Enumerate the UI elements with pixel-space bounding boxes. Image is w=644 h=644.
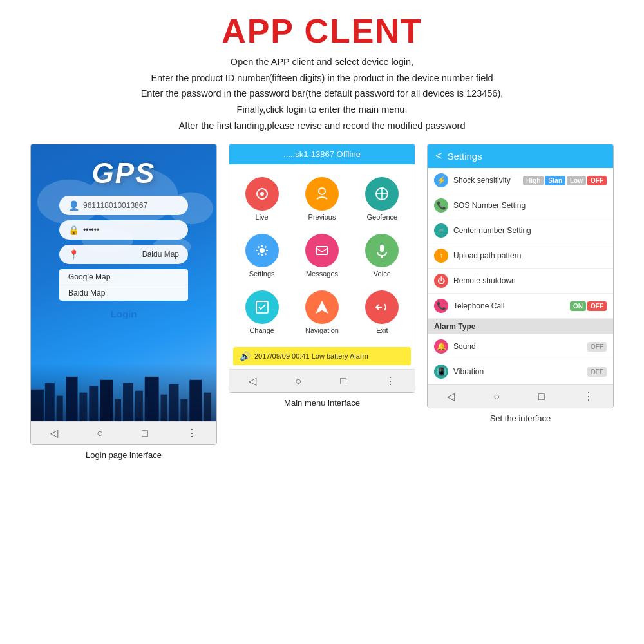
shock-low-btn[interactable]: Low <box>567 176 586 185</box>
svg-rect-8 <box>66 377 78 422</box>
settings-back-icon[interactable]: < <box>435 149 442 163</box>
svg-rect-15 <box>145 377 159 422</box>
menu-item-live[interactable]: Live <box>232 171 292 227</box>
menu-item-previous[interactable]: Previous <box>292 171 352 227</box>
upload-label: Upload path pattern <box>453 251 607 260</box>
login-button[interactable]: Login <box>111 308 137 319</box>
menu-item-change[interactable]: Change <box>232 284 292 341</box>
back-nav-icon[interactable]: ◁ <box>50 427 58 439</box>
phone2-navbar: ◁ ○ □ ⋮ <box>229 369 415 392</box>
phone3-screen: < Settings ⚡ Shock sensitivity High Stan… <box>427 144 614 408</box>
svg-rect-14 <box>135 391 143 422</box>
voice-icon <box>365 234 399 267</box>
vibration-toggle[interactable]: OFF <box>587 367 607 377</box>
map-option-baidu[interactable]: Baidu Map <box>59 285 188 301</box>
sound-icon: 🔔 <box>434 339 448 354</box>
home-nav-icon[interactable]: ○ <box>97 428 103 439</box>
menu-nav-icon[interactable]: ⋮ <box>187 427 197 439</box>
shock-sensitivity-row: ⚡ Shock sensitivity High Stan Low OFF <box>428 168 613 193</box>
sos-icon: 📞 <box>434 198 448 213</box>
navigation-label: Navigation <box>305 327 339 334</box>
svg-rect-28 <box>316 247 328 254</box>
upload-icon: ↑ <box>434 249 448 263</box>
menu-item-settings[interactable]: Settings <box>232 227 292 284</box>
settings-top-bar: < Settings <box>428 144 613 168</box>
svg-point-4 <box>153 237 191 256</box>
geofence-label: Geofence <box>366 213 397 221</box>
menu-item-navigation[interactable]: Navigation <box>292 284 352 341</box>
settings-label: Settings <box>249 270 275 278</box>
live-icon <box>245 177 279 211</box>
phone2-label: Main menu interface <box>284 398 360 408</box>
login-screen-bg: GPS 👤 961118010013867 🔒 •••••• 📍 Baidu M… <box>31 144 216 421</box>
skyline-svg <box>31 364 216 421</box>
shock-stan-btn[interactable]: Stan <box>545 176 565 185</box>
map-option-baidu-label: Baidu Map <box>68 289 105 298</box>
exit-icon <box>365 290 399 324</box>
alarm-bar: 🔊 2017/09/09 00:41 Low battery Alarm <box>233 347 411 365</box>
world-map-bg <box>31 151 216 279</box>
telephone-on-btn[interactable]: ON <box>570 301 586 311</box>
phone1-screen: GPS 👤 961118010013867 🔒 •••••• 📍 Baidu M… <box>30 144 217 445</box>
phone2-wrap: .....sk1-13867 Offline Live Previous <box>225 144 419 460</box>
description-text: Open the APP client and select device lo… <box>13 54 631 133</box>
svg-rect-7 <box>57 395 63 421</box>
center-number-row[interactable]: ≡ Center number Setting <box>428 218 613 243</box>
messages-label: Messages <box>306 270 338 278</box>
shock-btns: High Stan Low OFF <box>523 176 607 185</box>
sos-row[interactable]: 📞 SOS Number Setting <box>428 193 613 218</box>
svg-point-27 <box>260 248 265 253</box>
menu-item-exit[interactable]: Exit <box>352 284 412 341</box>
svg-point-2 <box>169 193 214 225</box>
alarm-type-header: Alarm Type <box>428 319 613 334</box>
settings-icon <box>245 234 279 267</box>
city-skyline <box>31 363 216 421</box>
menu-nav2-icon[interactable]: ⋮ <box>385 375 395 387</box>
phone2-screen: .....sk1-13867 Offline Live Previous <box>229 144 415 393</box>
back-nav2-icon[interactable]: ◁ <box>249 375 256 387</box>
settings-body: ⚡ Shock sensitivity High Stan Low OFF 📞 … <box>428 168 613 384</box>
shock-high-btn[interactable]: High <box>523 176 544 185</box>
alarm-type-label: Alarm Type <box>434 322 475 331</box>
telephone-row: 📞 Telephone Call ON OFF <box>428 294 613 319</box>
shock-off-btn[interactable]: OFF <box>587 176 607 185</box>
remote-shutdown-row[interactable]: ⏻ Remote shutdown <box>428 269 613 294</box>
center-icon: ≡ <box>434 223 448 238</box>
svg-rect-29 <box>380 245 384 252</box>
phone-icon: 📞 <box>434 299 448 313</box>
telephone-btns: ON OFF <box>570 301 607 311</box>
svg-rect-16 <box>161 394 167 421</box>
menu-item-messages[interactable]: Messages <box>292 227 352 284</box>
exit-label: Exit <box>376 327 388 334</box>
menu-item-voice[interactable]: Voice <box>352 227 412 284</box>
recent-nav-icon[interactable]: □ <box>142 428 148 439</box>
telephone-off-btn[interactable]: OFF <box>587 301 607 311</box>
svg-rect-11 <box>100 380 113 422</box>
vibration-icon: 📳 <box>434 365 448 379</box>
menu-grid: Live Previous Geofence <box>229 164 415 347</box>
svg-rect-17 <box>169 384 179 422</box>
vibration-row: 📳 Vibration OFF <box>428 359 613 384</box>
vibration-label: Vibration <box>453 367 582 376</box>
center-label: Center number Setting <box>453 226 607 235</box>
sound-label: Sound <box>453 342 582 351</box>
menu-nav3-icon[interactable]: ⋮ <box>583 390 594 402</box>
alarm-speaker-icon: 🔊 <box>240 351 251 361</box>
svg-rect-20 <box>204 393 211 422</box>
svg-rect-12 <box>115 399 121 421</box>
sound-toggle[interactable]: OFF <box>587 342 607 352</box>
svg-rect-18 <box>180 399 187 421</box>
home-nav2-icon[interactable]: ○ <box>295 375 301 387</box>
menu-item-geofence[interactable]: Geofence <box>352 171 412 227</box>
back-nav3-icon[interactable]: ◁ <box>447 390 455 402</box>
recent-nav2-icon[interactable]: □ <box>340 375 346 387</box>
settings-title: Settings <box>448 151 482 162</box>
geofence-icon <box>365 177 399 211</box>
messages-icon <box>305 234 339 267</box>
home-nav3-icon[interactable]: ○ <box>493 391 500 402</box>
vibration-toggle-label: OFF <box>591 368 603 375</box>
svg-rect-6 <box>45 383 55 422</box>
upload-path-row[interactable]: ↑ Upload path pattern <box>428 243 613 269</box>
recent-nav3-icon[interactable]: □ <box>538 391 545 402</box>
shutdown-icon: ⏻ <box>434 274 448 288</box>
